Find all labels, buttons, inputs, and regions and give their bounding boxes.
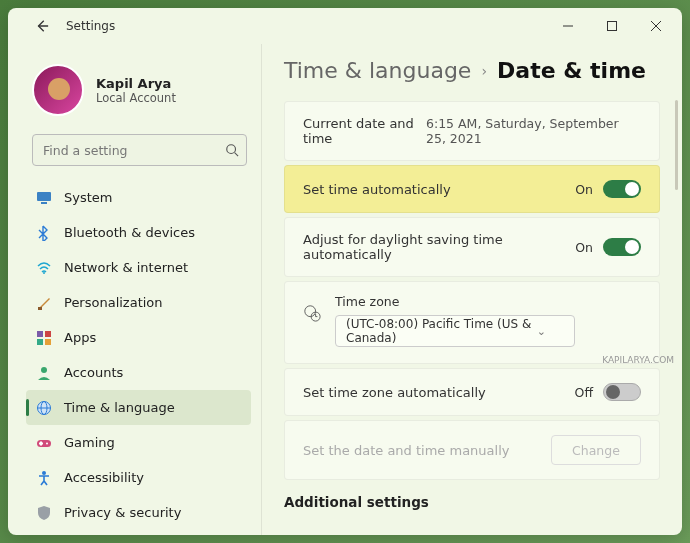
row-timezone: Time zone (UTC-08:00) Pacific Time (US &… xyxy=(284,281,660,364)
sidebar-item-privacy-security[interactable]: Privacy & security xyxy=(26,495,251,530)
toggle-set-time-auto[interactable] xyxy=(603,180,641,198)
app-title: Settings xyxy=(66,19,115,33)
row-dst-auto[interactable]: Adjust for daylight saving time automati… xyxy=(284,217,660,277)
svg-point-4 xyxy=(227,145,236,154)
svg-point-22 xyxy=(42,471,46,475)
monitor-icon xyxy=(36,190,52,206)
sidebar-item-windows-update[interactable]: Windows Update xyxy=(26,530,251,535)
sidebar-item-accessibility[interactable]: Accessibility xyxy=(26,460,251,495)
svg-rect-12 xyxy=(37,339,43,345)
sidebar-item-label: Gaming xyxy=(64,435,115,450)
row-label: Current date and time xyxy=(303,116,426,146)
svg-point-24 xyxy=(305,306,316,317)
row-label: Adjust for daylight saving time automati… xyxy=(303,232,523,262)
sidebar-item-label: Privacy & security xyxy=(64,505,181,520)
timezone-select[interactable]: (UTC-08:00) Pacific Time (US & Canada) ⌄ xyxy=(335,315,575,347)
row-set-tz-auto[interactable]: Set time zone automatically Off xyxy=(284,368,660,416)
sidebar-item-label: System xyxy=(64,190,112,205)
profile-block[interactable]: Kapil Arya Local Account xyxy=(26,52,253,134)
svg-rect-9 xyxy=(38,307,42,310)
minimize-button[interactable] xyxy=(546,10,590,42)
row-label: Set time zone automatically xyxy=(303,385,486,400)
svg-rect-7 xyxy=(41,202,47,204)
breadcrumb: Time & language › Date & time xyxy=(284,58,660,83)
chevron-right-icon: › xyxy=(481,63,487,79)
svg-rect-11 xyxy=(45,331,51,337)
toggle-state-text: Off xyxy=(575,385,593,400)
breadcrumb-current: Date & time xyxy=(497,58,646,83)
row-value: 6:15 AM, Saturday, September 25, 2021 xyxy=(426,116,641,146)
section-additional: Additional settings xyxy=(284,494,660,510)
brush-icon xyxy=(36,295,52,311)
change-button[interactable]: Change xyxy=(551,435,641,465)
bluetooth-icon xyxy=(36,225,52,241)
timezone-label: Time zone xyxy=(335,294,641,309)
titlebar: Settings xyxy=(8,8,682,44)
sidebar-item-label: Bluetooth & devices xyxy=(64,225,195,240)
accessibility-icon xyxy=(36,470,52,486)
toggle-state-text: On xyxy=(575,182,593,197)
timezone-selected: (UTC-08:00) Pacific Time (US & Canada) xyxy=(346,317,537,345)
sidebar-item-network-internet[interactable]: Network & internet xyxy=(26,250,251,285)
globe-clock-icon xyxy=(303,304,321,322)
settings-window: Settings Kapil Arya Local Account xyxy=(8,8,682,535)
scrollbar[interactable] xyxy=(675,100,678,190)
main-content: Time & language › Date & time Current da… xyxy=(262,44,682,535)
avatar xyxy=(32,64,84,116)
profile-name: Kapil Arya xyxy=(96,76,176,91)
search-icon xyxy=(225,142,239,161)
sidebar-item-accounts[interactable]: Accounts xyxy=(26,355,251,390)
search-input[interactable] xyxy=(32,134,247,166)
chevron-down-icon: ⌄ xyxy=(537,325,546,338)
sidebar-item-label: Accessibility xyxy=(64,470,144,485)
shield-icon xyxy=(36,505,52,521)
svg-rect-13 xyxy=(45,339,51,345)
sidebar-item-label: Time & language xyxy=(64,400,175,415)
sidebar-item-time-language[interactable]: Time & language xyxy=(26,390,251,425)
maximize-button[interactable] xyxy=(590,10,634,42)
svg-rect-1 xyxy=(608,22,617,31)
profile-subtitle: Local Account xyxy=(96,91,176,105)
globe-icon xyxy=(36,400,52,416)
wifi-icon xyxy=(36,260,52,276)
sidebar-item-gaming[interactable]: Gaming xyxy=(26,425,251,460)
sidebar-item-system[interactable]: System xyxy=(26,180,251,215)
close-button[interactable] xyxy=(634,10,678,42)
row-set-time-auto[interactable]: Set time automatically On xyxy=(284,165,660,213)
row-label: Set time automatically xyxy=(303,182,451,197)
person-icon xyxy=(36,365,52,381)
toggle-set-tz-auto[interactable] xyxy=(603,383,641,401)
svg-point-8 xyxy=(43,272,45,274)
svg-point-14 xyxy=(41,367,47,373)
svg-rect-6 xyxy=(37,192,51,201)
back-button[interactable] xyxy=(32,16,52,36)
toggle-dst-auto[interactable] xyxy=(603,238,641,256)
breadcrumb-parent[interactable]: Time & language xyxy=(284,58,471,83)
svg-line-5 xyxy=(235,153,239,157)
svg-point-19 xyxy=(46,442,48,444)
row-label: Set the date and time manually xyxy=(303,443,509,458)
sidebar-item-label: Personalization xyxy=(64,295,163,310)
sidebar: Kapil Arya Local Account SystemBluetooth… xyxy=(8,44,262,535)
row-set-manual: Set the date and time manually Change xyxy=(284,420,660,480)
sidebar-item-label: Apps xyxy=(64,330,96,345)
sidebar-item-bluetooth-devices[interactable]: Bluetooth & devices xyxy=(26,215,251,250)
toggle-state-text: On xyxy=(575,240,593,255)
sidebar-item-label: Accounts xyxy=(64,365,123,380)
row-current-datetime: Current date and time 6:15 AM, Saturday,… xyxy=(284,101,660,161)
nav-list: SystemBluetooth & devicesNetwork & inter… xyxy=(26,180,253,535)
game-icon xyxy=(36,435,52,451)
svg-rect-10 xyxy=(37,331,43,337)
sidebar-item-personalization[interactable]: Personalization xyxy=(26,285,251,320)
search-wrap xyxy=(32,134,247,166)
sidebar-item-apps[interactable]: Apps xyxy=(26,320,251,355)
sidebar-item-label: Network & internet xyxy=(64,260,188,275)
svg-rect-21 xyxy=(40,441,42,445)
grid-icon xyxy=(36,330,52,346)
